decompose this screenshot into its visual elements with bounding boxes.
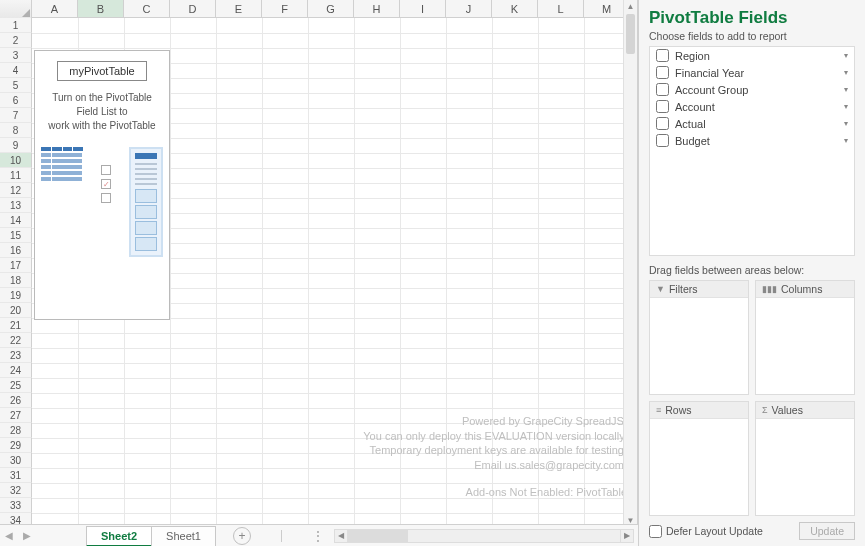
row-header[interactable]: 28 <box>0 423 32 438</box>
chevron-down-icon[interactable]: ▾ <box>844 136 848 145</box>
hscroll-right-arrow-icon[interactable]: ▶ <box>620 529 634 543</box>
tabbar-separator <box>281 530 282 542</box>
tabbar-menu-icon[interactable]: ⋮ <box>312 529 324 543</box>
field-row[interactable]: Actual▾ <box>650 115 854 132</box>
sheet-tab-active[interactable]: Sheet2 <box>86 526 152 547</box>
row-header[interactable]: 19 <box>0 288 32 303</box>
row-header[interactable]: 23 <box>0 348 32 363</box>
filters-area[interactable]: ▼Filters <box>649 280 749 395</box>
area-label: Rows <box>665 404 691 416</box>
chevron-down-icon[interactable]: ▾ <box>844 119 848 128</box>
field-row[interactable]: Account▾ <box>650 98 854 115</box>
hscroll-thumb[interactable] <box>348 530 408 542</box>
row-header[interactable]: 13 <box>0 198 32 213</box>
row-header[interactable]: 27 <box>0 408 32 423</box>
hscroll-left-arrow-icon[interactable]: ◀ <box>334 529 348 543</box>
row-header[interactable]: 21 <box>0 318 32 333</box>
row-header[interactable]: 30 <box>0 453 32 468</box>
row-header[interactable]: 33 <box>0 498 32 513</box>
row-header[interactable]: 4 <box>0 63 32 78</box>
values-area[interactable]: ΣValues <box>755 401 855 516</box>
chevron-down-icon[interactable]: ▾ <box>844 85 848 94</box>
sheet-tab-bar: ◀ ▶ Sheet2 Sheet1 + ⋮ ◀ ▶ <box>0 524 638 546</box>
checklist-icon: ✓ <box>101 165 111 203</box>
horizontal-scrollbar[interactable]: ◀ ▶ <box>334 529 638 543</box>
hscroll-track[interactable] <box>347 529 621 543</box>
field-row[interactable]: Financial Year▾ <box>650 64 854 81</box>
col-header-d[interactable]: D <box>170 0 216 17</box>
row-header[interactable]: 8 <box>0 123 32 138</box>
col-header-h[interactable]: H <box>354 0 400 17</box>
row-headers: 1234567891011121314151617181920212223242… <box>0 18 32 528</box>
rows-area[interactable]: ≡Rows <box>649 401 749 516</box>
col-header-b[interactable]: B <box>78 0 124 17</box>
mini-table-icon <box>41 147 83 183</box>
defer-update-checkbox[interactable]: Defer Layout Update <box>649 525 763 538</box>
row-header[interactable]: 12 <box>0 183 32 198</box>
field-checkbox[interactable] <box>656 117 669 130</box>
col-header-l[interactable]: L <box>538 0 584 17</box>
cell-grid[interactable]: myPivotTable Turn on the PivotTable Fiel… <box>32 18 637 528</box>
row-header[interactable]: 32 <box>0 483 32 498</box>
row-header[interactable]: 18 <box>0 273 32 288</box>
chevron-down-icon[interactable]: ▾ <box>844 102 848 111</box>
chevron-down-icon[interactable]: ▾ <box>844 68 848 77</box>
col-header-k[interactable]: K <box>492 0 538 17</box>
scroll-up-arrow-icon[interactable]: ▲ <box>624 0 637 14</box>
col-header-e[interactable]: E <box>216 0 262 17</box>
field-checkbox[interactable] <box>656 49 669 62</box>
row-header[interactable]: 26 <box>0 393 32 408</box>
row-header[interactable]: 14 <box>0 213 32 228</box>
field-row[interactable]: Region▾ <box>650 47 854 64</box>
row-header[interactable]: 1 <box>0 18 32 33</box>
vertical-scrollbar[interactable]: ▲ ▼ <box>623 0 637 528</box>
col-header-j[interactable]: J <box>446 0 492 17</box>
field-row[interactable]: Budget▾ <box>650 132 854 149</box>
col-header-a[interactable]: A <box>32 0 78 17</box>
col-header-c[interactable]: C <box>124 0 170 17</box>
row-header[interactable]: 31 <box>0 468 32 483</box>
row-header[interactable]: 29 <box>0 438 32 453</box>
row-header[interactable]: 15 <box>0 228 32 243</box>
field-checkbox[interactable] <box>656 83 669 96</box>
row-header[interactable]: 3 <box>0 48 32 63</box>
field-row[interactable]: Account Group▾ <box>650 81 854 98</box>
columns-area[interactable]: ▮▮▮Columns <box>755 280 855 395</box>
row-header[interactable]: 22 <box>0 333 32 348</box>
col-header-g[interactable]: G <box>308 0 354 17</box>
vscroll-thumb[interactable] <box>626 14 635 54</box>
chevron-down-icon[interactable]: ▾ <box>844 51 848 60</box>
row-header[interactable]: 11 <box>0 168 32 183</box>
row-header[interactable]: 20 <box>0 303 32 318</box>
pivot-title-box: myPivotTable <box>57 61 147 81</box>
tab-nav-prev-icon[interactable]: ◀ <box>0 530 18 541</box>
evaluation-watermark: Powered by GrapeCity SpreadJS. You can o… <box>363 414 627 500</box>
pivot-placeholder[interactable]: myPivotTable Turn on the PivotTable Fiel… <box>34 50 170 320</box>
row-header[interactable]: 9 <box>0 138 32 153</box>
tab-nav-next-icon[interactable]: ▶ <box>18 530 36 541</box>
row-header[interactable]: 16 <box>0 243 32 258</box>
row-header[interactable]: 2 <box>0 33 32 48</box>
defer-update-input[interactable] <box>649 525 662 538</box>
field-label: Region <box>675 50 710 62</box>
field-checkbox[interactable] <box>656 134 669 147</box>
field-checkbox[interactable] <box>656 100 669 113</box>
field-list[interactable]: Region▾Financial Year▾Account Group▾Acco… <box>649 46 855 256</box>
row-header[interactable]: 17 <box>0 258 32 273</box>
select-all-corner[interactable] <box>0 0 32 18</box>
row-header[interactable]: 5 <box>0 78 32 93</box>
row-header[interactable]: 7 <box>0 108 32 123</box>
column-header-row: A B C D E F G H I J K L M <box>0 0 637 18</box>
update-button[interactable]: Update <box>799 522 855 540</box>
row-header[interactable]: 24 <box>0 363 32 378</box>
row-header[interactable]: 10 <box>0 153 32 168</box>
col-header-i[interactable]: I <box>400 0 446 17</box>
sheet-tab[interactable]: Sheet1 <box>151 526 216 547</box>
row-header[interactable]: 6 <box>0 93 32 108</box>
add-sheet-button[interactable]: + <box>233 527 251 545</box>
field-checkbox[interactable] <box>656 66 669 79</box>
columns-icon: ▮▮▮ <box>762 284 777 294</box>
col-header-f[interactable]: F <box>262 0 308 17</box>
area-label: Columns <box>781 283 822 295</box>
row-header[interactable]: 25 <box>0 378 32 393</box>
